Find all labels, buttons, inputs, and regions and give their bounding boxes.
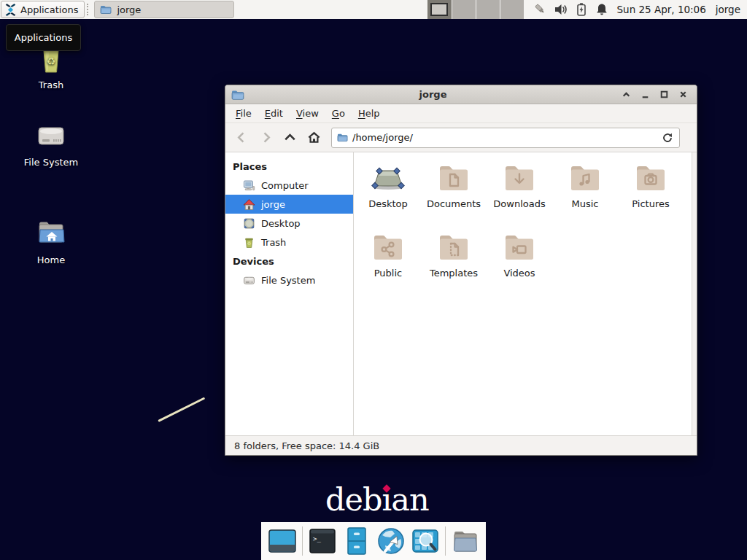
app-finder-icon [411,526,440,556]
folder-name: Downloads [493,198,545,209]
file-manager-icon [342,526,371,556]
folder-name: Public [374,268,402,279]
shade-button[interactable] [622,90,631,99]
terminal-icon: >_ [308,526,337,556]
desktop-icon-label: File System [16,157,86,168]
menu-edit[interactable]: Edit [258,106,290,121]
up-icon [282,130,298,145]
sidebar-header-devices: Devices [225,252,353,271]
titlebar[interactable]: jorge [225,85,697,104]
home-button[interactable] [302,127,326,149]
back-icon [234,130,249,145]
folder-view[interactable]: Desktop Documents [354,152,697,435]
panel-username[interactable]: jorge [716,4,740,15]
workspace-3[interactable] [476,0,500,19]
bottom-dock: >_ [261,522,486,560]
applications-tooltip-text: Applications [15,32,72,43]
hard-drive-icon [243,274,255,287]
folder-pictures-icon [633,161,668,196]
location-bar[interactable]: /home/jorge/ [331,128,680,148]
debian-wordmark: debıan [325,481,429,518]
notifications-bell-icon[interactable] [595,2,609,17]
folder-item-music[interactable]: Music [552,161,618,230]
minimize-button[interactable] [640,90,650,99]
system-tray [533,2,609,17]
workspace-pager[interactable] [427,0,524,19]
web-browser-button[interactable] [376,526,406,556]
file-manager-button[interactable] [342,526,371,556]
applications-tooltip: Applications [6,24,81,51]
folder-public-icon [371,230,406,265]
folder-item-public[interactable]: Public [355,230,421,300]
sidebar-item-computer[interactable]: Computer [225,176,353,195]
menu-help[interactable]: Help [352,106,387,121]
folder-music-icon [568,161,603,196]
forward-icon [258,130,274,145]
back-button[interactable] [230,127,254,149]
close-button[interactable] [678,90,688,99]
app-finder-button[interactable] [411,526,440,556]
sidebar-item-desktop[interactable]: Desktop [225,214,353,233]
maximize-icon [659,90,669,99]
menu-file[interactable]: File [229,106,258,121]
menubar: File Edit View Go Help [225,104,697,123]
workspace-4[interactable] [500,0,524,19]
terminal-button[interactable]: >_ [308,526,337,556]
sidebar-header-places: Places [225,157,353,176]
home-directory-button[interactable] [451,526,480,556]
shade-icon [622,90,631,99]
folder-templates-icon [436,230,471,265]
folder-item-templates[interactable]: Templates [421,230,487,300]
panel-separator [87,4,90,15]
maximize-button[interactable] [659,90,669,99]
location-folder-icon [337,132,348,143]
workspace-1[interactable] [427,0,452,19]
window-body: Places Computer jorge [225,152,697,435]
vertical-scrollbar[interactable] [692,152,697,435]
sidebar-item-trash[interactable]: ♻ Trash [225,233,353,252]
folder-item-desktop[interactable]: Desktop [355,161,421,230]
window-folder-icon [231,88,244,101]
trash-icon: ♻ [243,236,255,249]
folder-name: Pictures [632,198,669,209]
menu-go[interactable]: Go [325,106,352,121]
desktop-icon-home[interactable]: Home [16,216,86,265]
applications-menu-button[interactable]: Applications [1,1,85,18]
desktop-icon-label: Home [16,254,86,265]
folder-documents-icon [436,161,471,196]
sidebar-item-label: Trash [261,237,286,248]
battery-charging-icon[interactable] [574,2,589,17]
desktop-icon-file-system[interactable]: File System [16,118,86,168]
desktop-special-icon [371,161,406,196]
panel-clock[interactable]: Sun 25 Apr, 10:06 [617,4,706,15]
file-manager-window: jorge File Edit View Go Help [225,85,697,456]
stylus-icon[interactable] [533,2,548,17]
up-button[interactable] [278,127,302,149]
forward-button[interactable] [254,127,278,149]
volume-icon[interactable] [554,2,568,17]
desktop-icon-label: Trash [16,79,86,90]
folder-downloads-icon [502,161,537,196]
folder-name: Desktop [368,198,408,209]
folder-name: Templates [430,268,478,279]
statusbar-text: 8 folders, Free space: 14.4 GiB [234,440,379,451]
folder-item-downloads[interactable]: Downloads [487,161,552,230]
folder-videos-icon [502,230,537,265]
taskbar-window-button[interactable]: jorge [94,1,234,18]
svg-text:♻: ♻ [247,241,252,246]
taskbar-folder-icon [100,4,112,15]
sidebar-item-jorge[interactable]: jorge [225,195,353,214]
svg-text:>_: >_ [313,535,321,542]
menu-view[interactable]: View [290,106,325,121]
toolbar: /home/jorge/ [225,123,697,152]
folder-item-videos[interactable]: Videos [487,230,552,300]
folder-item-pictures[interactable]: Pictures [618,161,684,230]
show-desktop-button[interactable] [268,526,297,556]
sidebar-item-file-system[interactable]: File System [225,271,353,289]
desktop-icon [243,217,255,230]
folder-item-documents[interactable]: Documents [421,161,487,230]
location-path[interactable]: /home/jorge/ [352,132,657,143]
reload-button[interactable] [661,131,674,144]
window-title: jorge [244,89,622,100]
workspace-2[interactable] [452,0,476,19]
